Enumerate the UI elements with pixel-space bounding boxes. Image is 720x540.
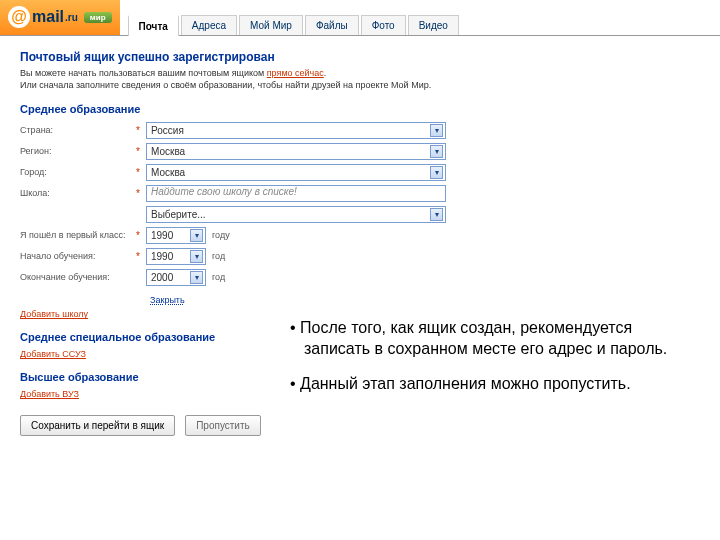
select-value: 2000 [151,272,173,283]
chevron-down-icon: ▾ [190,250,203,263]
logo-tld: .ru [65,12,78,23]
school-hint: Найдите свою школу в списке! [146,185,446,202]
tab-mymir[interactable]: Мой Мир [239,15,303,35]
select-country[interactable]: Россия ▾ [146,122,446,139]
year-suffix: год [212,251,225,261]
add-vuz-link[interactable]: Добавить ВУЗ [20,389,79,399]
skip-button[interactable]: Пропустить [185,415,261,436]
select-value: 1990 [151,251,173,262]
mir-badge: мир [84,12,112,23]
logo[interactable]: @ mail .ru мир [0,0,120,35]
row-first-class: Я пошёл в первый класс: * 1990 ▾ году [20,226,700,244]
chevron-down-icon: ▾ [430,124,443,137]
select-first-class-year[interactable]: 1990 ▾ [146,227,206,244]
page-title: Почтовый ящик успешно зарегистрирован [20,50,700,64]
required-icon: * [136,230,146,241]
label-region: Регион: [20,146,136,156]
logo-text: mail [32,8,64,26]
label-school: Школа: [20,188,136,198]
label-start: Начало обучения: [20,251,136,261]
tab-video[interactable]: Видео [408,15,459,35]
required-icon: * [136,146,146,157]
select-city[interactable]: Москва ▾ [146,164,446,181]
required-icon: * [136,125,146,136]
subtext: Вы можете начать пользоваться вашим почт… [20,68,700,91]
add-school-link[interactable]: Добавить школу [20,309,88,319]
sub2: Или сначала заполните сведения о своём о… [20,80,431,90]
tab-photo[interactable]: Фото [361,15,406,35]
select-end-year[interactable]: 2000 ▾ [146,269,206,286]
overlay-note: • После того, как ящик создан, рекоменду… [282,318,702,408]
label-end: Окончание обучения: [20,272,136,282]
select-value: 1990 [151,230,173,241]
row-school-hint: Школа: * Найдите свою школу в списке! [20,184,700,202]
row-end: Окончание обучения: 2000 ▾ год [20,268,700,286]
nav-tabs: Почта Адреса Мой Мир Файлы Фото Видео [128,14,461,35]
label-country: Страна: [20,125,136,135]
chevron-down-icon: ▾ [430,166,443,179]
tab-addresses[interactable]: Адреса [181,15,237,35]
required-icon: * [136,167,146,178]
row-country: Страна: * Россия ▾ [20,121,700,139]
select-region[interactable]: Москва ▾ [146,143,446,160]
row-city: Город: * Москва ▾ [20,163,700,181]
tab-mail[interactable]: Почта [128,15,179,36]
row-start: Начало обучения: * 1990 ▾ год [20,247,700,265]
hide-link[interactable]: Закрыть [150,295,185,305]
select-value: Москва [151,167,185,178]
sub1: Вы можете начать пользоваться вашим почт… [20,68,267,78]
chevron-down-icon: ▾ [430,145,443,158]
overlay-p2: • Данный этап заполнения можно пропустит… [282,374,702,395]
label-first-class: Я пошёл в первый класс: [20,230,136,240]
chevron-down-icon: ▾ [190,229,203,242]
overlay-p1: • После того, как ящик создан, рекоменду… [282,318,702,360]
row-region: Регион: * Москва ▾ [20,142,700,160]
required-icon: * [136,251,146,262]
link-start-now[interactable]: прямо сейчас [267,68,324,78]
select-start-year[interactable]: 1990 ▾ [146,248,206,265]
section-middle-edu: Среднее образование [20,103,700,115]
label-city: Город: [20,167,136,177]
save-button[interactable]: Сохранить и перейти в ящик [20,415,175,436]
tab-files[interactable]: Файлы [305,15,359,35]
year-suffix: год [212,272,225,282]
chevron-down-icon: ▾ [190,271,203,284]
add-suz-link[interactable]: Добавить ССУЗ [20,349,86,359]
select-value: Выберите... [151,209,206,220]
required-icon: * [136,188,146,199]
select-school[interactable]: Выберите... ▾ [146,206,446,223]
header: @ mail .ru мир Почта Адреса Мой Мир Файл… [0,0,720,36]
sub1-end: . [324,68,327,78]
select-value: Россия [151,125,184,136]
button-row: Сохранить и перейти в ящик Пропустить [20,415,700,436]
year-suffix: году [212,230,230,240]
select-value: Москва [151,146,185,157]
row-school: Выберите... ▾ [20,205,700,223]
logo-at-icon: @ [8,6,30,28]
chevron-down-icon: ▾ [430,208,443,221]
